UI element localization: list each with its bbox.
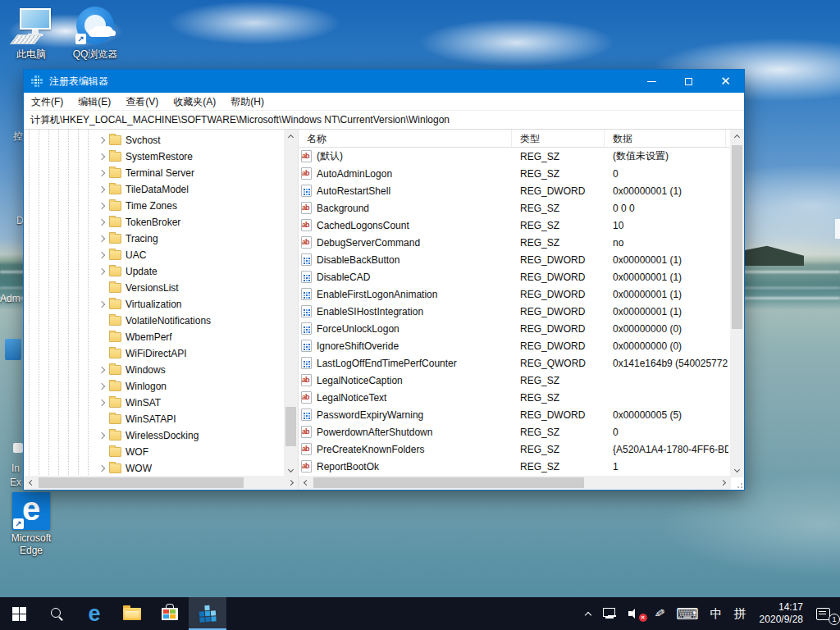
- menu-item[interactable]: 收藏夹(A): [166, 93, 223, 111]
- tree-item[interactable]: TokenBroker: [24, 214, 285, 231]
- table-row[interactable]: DisableBackButton REG_DWORD 0x00000001 (…: [299, 251, 744, 268]
- action-center-button[interactable]: 1: [810, 597, 840, 630]
- table-row[interactable]: EnableSIHostIntegration REG_DWORD 0x0000…: [299, 303, 744, 320]
- chevron-right-icon[interactable]: [98, 399, 106, 407]
- taskbar-edge-button[interactable]: e: [75, 597, 113, 630]
- chevron-right-icon[interactable]: [98, 185, 106, 194]
- table-row[interactable]: CachedLogonsCount REG_SZ 10: [299, 217, 744, 234]
- table-row[interactable]: LegalNoticeText REG_SZ: [299, 389, 744, 406]
- table-row[interactable]: DisableCAD REG_DWORD 0x00000001 (1): [299, 268, 744, 285]
- chevron-right-icon[interactable]: [98, 153, 106, 161]
- chevron-right-icon[interactable]: [98, 415, 106, 423]
- taskbar-clock[interactable]: 14:17 2020/9/28: [752, 597, 810, 630]
- tree-item[interactable]: WirelessDocking: [24, 427, 285, 444]
- scroll-up-arrow[interactable]: [730, 130, 744, 144]
- start-button[interactable]: [0, 597, 38, 630]
- scroll-thumb[interactable]: [39, 477, 244, 488]
- chevron-right-icon[interactable]: [98, 300, 106, 308]
- tree-item[interactable]: VersionsList: [24, 280, 285, 296]
- chevron-right-icon[interactable]: [98, 333, 106, 341]
- menu-item[interactable]: 查看(V): [118, 93, 166, 111]
- tree-item[interactable]: TileDataModel: [24, 181, 285, 198]
- list-horizontal-scrollbar[interactable]: [299, 476, 731, 490]
- tree-item[interactable]: Update: [24, 263, 285, 280]
- table-row[interactable]: AutoRestartShell REG_DWORD 0x00000001 (1…: [299, 182, 744, 199]
- table-row[interactable]: LegalNoticeCaption REG_SZ: [299, 372, 744, 389]
- table-row[interactable]: PasswordExpiryWarning REG_DWORD 0x000000…: [299, 406, 744, 423]
- chevron-right-icon[interactable]: [98, 366, 106, 374]
- chevron-right-icon[interactable]: [98, 218, 106, 226]
- tray-volume-button[interactable]: ×: [623, 597, 649, 630]
- table-row[interactable]: ForceUnlockLogon REG_DWORD 0x00000000 (0…: [299, 320, 744, 337]
- menu-item[interactable]: 编辑(E): [71, 93, 118, 111]
- tree-item[interactable]: WbemPerf: [24, 329, 285, 345]
- tree-item[interactable]: Tracing: [24, 231, 285, 247]
- chevron-right-icon[interactable]: [98, 317, 106, 325]
- list-vertical-scrollbar[interactable]: [730, 130, 744, 477]
- tree-item[interactable]: WOF: [24, 444, 285, 460]
- menu-item[interactable]: 文件(F): [24, 93, 71, 111]
- tree-item[interactable]: Terminal Server: [24, 165, 285, 181]
- address-bar[interactable]: 计算机\HKEY_LOCAL_MACHINE\SOFTWARE\Microsof…: [24, 111, 744, 130]
- tray-pen-button[interactable]: ✎: [649, 597, 671, 630]
- desktop-icon-edge[interactable]: e ↗ Microsoft Edge: [0, 492, 62, 557]
- tree-item[interactable]: Windows: [24, 362, 285, 378]
- taskbar-search-button[interactable]: [38, 597, 75, 630]
- desktop-icon-qq-browser[interactable]: ↗ QQ浏览器: [64, 7, 126, 61]
- tree-item[interactable]: VolatileNotifications: [24, 313, 285, 329]
- column-header-name[interactable]: 名称: [299, 130, 512, 147]
- tree-vertical-scrollbar[interactable]: [284, 130, 298, 477]
- tree-item[interactable]: UAC: [24, 247, 285, 263]
- table-row[interactable]: AutoAdminLogon REG_SZ 0: [299, 165, 744, 182]
- chevron-right-icon[interactable]: [98, 136, 106, 144]
- tree-item[interactable]: WinSAT: [24, 395, 285, 411]
- scroll-thumb[interactable]: [285, 407, 296, 446]
- scroll-right-arrow[interactable]: [717, 476, 731, 490]
- close-button[interactable]: ✕: [707, 70, 744, 93]
- scroll-thumb[interactable]: [313, 477, 584, 488]
- scroll-right-arrow[interactable]: [285, 476, 299, 490]
- tray-expand-button[interactable]: [579, 597, 597, 630]
- scroll-down-arrow[interactable]: [730, 463, 744, 477]
- table-row[interactable]: (默认) REG_SZ (数值未设置): [299, 148, 744, 165]
- table-row[interactable]: IgnoreShiftOveride REG_DWORD 0x00000000 …: [299, 337, 744, 354]
- tree-horizontal-scrollbar[interactable]: [24, 476, 299, 490]
- tree-item[interactable]: Virtualization: [24, 296, 285, 313]
- table-row[interactable]: EnableFirstLogonAnimation REG_DWORD 0x00…: [299, 285, 744, 303]
- tree-item[interactable]: Winlogon: [24, 378, 285, 395]
- tree-item[interactable]: Time Zones: [24, 198, 285, 214]
- scroll-left-arrow[interactable]: [24, 476, 38, 490]
- tree-item[interactable]: Svchost: [24, 132, 285, 148]
- ime-language-button[interactable]: 中: [705, 597, 728, 630]
- chevron-right-icon[interactable]: [98, 284, 106, 292]
- tree-item[interactable]: WiFiDirectAPI: [24, 345, 285, 362]
- scroll-left-arrow[interactable]: [299, 476, 313, 490]
- column-header-data[interactable]: 数据: [605, 130, 726, 147]
- table-row[interactable]: PreCreateKnownFolders REG_SZ {A520A1A4-1…: [299, 441, 744, 458]
- scroll-up-arrow[interactable]: [284, 130, 298, 144]
- resize-grip[interactable]: [734, 480, 742, 488]
- maximize-button[interactable]: [670, 70, 707, 93]
- column-header-type[interactable]: 类型: [512, 130, 605, 147]
- chevron-right-icon[interactable]: [98, 169, 106, 177]
- taskbar-file-explorer-button[interactable]: [113, 597, 151, 630]
- tree-item[interactable]: WOW: [24, 460, 285, 477]
- table-row[interactable]: ReportBootOk REG_SZ 1: [299, 458, 744, 475]
- table-row[interactable]: Background REG_SZ 0 0 0: [299, 199, 744, 217]
- table-row[interactable]: LastLogOffEndTimePerfCounter REG_QWORD 0…: [299, 354, 744, 372]
- tray-touch-keyboard-button[interactable]: ⌨: [670, 597, 704, 630]
- table-row[interactable]: DebugServerCommand REG_SZ no: [299, 234, 744, 251]
- ime-mode-button[interactable]: 拼: [728, 597, 752, 630]
- chevron-right-icon[interactable]: [98, 349, 106, 358]
- chevron-right-icon[interactable]: [98, 202, 106, 210]
- chevron-right-icon[interactable]: [98, 448, 106, 456]
- taskbar-store-button[interactable]: [151, 597, 189, 630]
- chevron-right-icon[interactable]: [98, 431, 106, 440]
- tree-item[interactable]: WinSATAPI: [24, 411, 285, 427]
- chevron-right-icon[interactable]: [98, 382, 106, 390]
- tree-item[interactable]: SystemRestore: [24, 148, 285, 165]
- menu-item[interactable]: 帮助(H): [223, 93, 272, 111]
- chevron-right-icon[interactable]: [98, 251, 106, 259]
- window-titlebar[interactable]: 注册表编辑器 ✕: [24, 70, 744, 93]
- taskbar-regedit-button[interactable]: [189, 597, 226, 630]
